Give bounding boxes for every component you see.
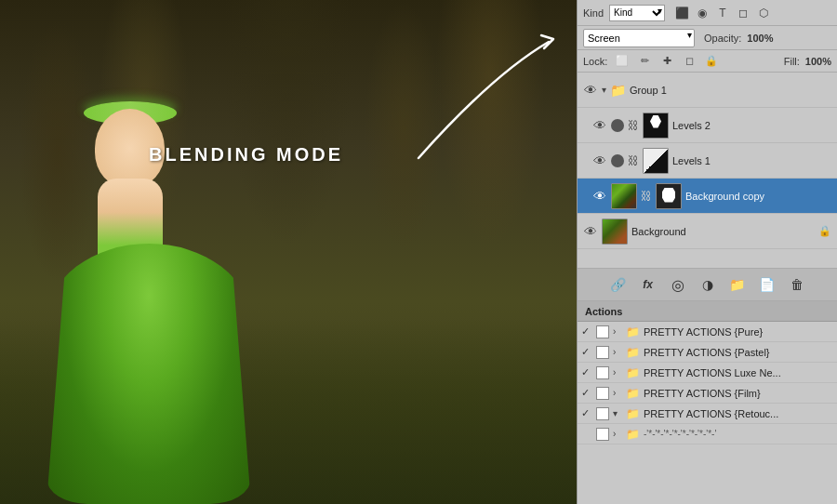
action-name-3: PRETTY ACTIONS {Film} xyxy=(644,388,833,399)
layer-name-levels1: Levels 1 xyxy=(672,155,831,166)
fill-value[interactable]: 100% xyxy=(805,56,831,67)
action-folder-5: 📁 xyxy=(626,428,640,441)
eye-icon-bgcopy[interactable]: 👁 xyxy=(592,189,607,204)
action-square-1 xyxy=(596,346,609,359)
adjustment-icon-levels1 xyxy=(611,154,624,167)
thumb-levels1 xyxy=(643,148,669,174)
lock-artboard-icon[interactable]: ◻ xyxy=(680,53,698,70)
action-folder-4: 📁 xyxy=(626,407,640,420)
kind-dropdown-wrapper[interactable]: Kind xyxy=(609,5,665,21)
link-layers-button[interactable]: 🔗 xyxy=(607,273,630,296)
lock-icons: ⬜ ✏ ✚ ◻ 🔒 xyxy=(613,53,721,70)
right-panel: Kind Kind ⬛ ◉ T ◻ ⬡ Screen Opacity: 100%… xyxy=(577,0,837,504)
layer-row-levels1[interactable]: 👁 ⛓ Levels 1 xyxy=(578,143,837,179)
action-row-2[interactable]: ✓ › 📁 PRETTY ACTIONS Luxe Ne... xyxy=(578,363,837,383)
action-check-4: ✓ xyxy=(581,407,592,419)
layer-row-group1[interactable]: 👁 ▾ 📁 Group 1 xyxy=(578,73,837,108)
action-name-5: -'*-'*-'*-'*-'*-'*-'*-'*-' xyxy=(644,429,833,439)
girl-figure xyxy=(28,58,288,504)
action-check-2: ✓ xyxy=(581,366,592,378)
kind-label: Kind xyxy=(583,7,604,19)
blend-mode-row: Screen Opacity: 100% xyxy=(578,26,837,50)
lock-label: Lock: xyxy=(583,56,607,67)
layer-row-levels2[interactable]: 👁 ⛓ Levels 2 xyxy=(578,108,837,143)
action-check-0: ✓ xyxy=(581,325,592,338)
blend-mode-select[interactable]: Screen xyxy=(583,29,695,47)
eye-icon-levels1[interactable]: 👁 xyxy=(592,153,607,168)
lock-row: Lock: ⬜ ✏ ✚ ◻ 🔒 Fill: 100% xyxy=(578,50,837,73)
action-square-3 xyxy=(596,387,609,400)
action-square-2 xyxy=(596,366,609,379)
layers-spacer xyxy=(578,249,837,268)
action-row-1[interactable]: ✓ › 📁 PRETTY ACTIONS {Pastel} xyxy=(578,342,837,363)
lock-all-icon[interactable]: 🔒 xyxy=(702,53,721,70)
layers-list: 👁 ▾ 📁 Group 1 👁 ⛓ Levels 2 👁 ⛓ Levels 1 … xyxy=(578,73,837,249)
girl-dress xyxy=(46,244,251,504)
action-name-4: PRETTY ACTIONS {Retouc... xyxy=(644,408,833,419)
action-arrow-3[interactable]: › xyxy=(613,388,622,398)
action-arrow-1[interactable]: › xyxy=(613,347,622,357)
adjustment-icon-levels2 xyxy=(611,119,624,132)
layer-name-bgcopy: Background copy xyxy=(685,191,831,202)
action-check-3: ✓ xyxy=(581,387,592,399)
layer-name-group1: Group 1 xyxy=(630,85,831,96)
action-arrow-2[interactable]: › xyxy=(613,367,622,378)
action-name-0: PRETTY ACTIONS {Pure} xyxy=(644,326,833,338)
action-name-1: PRETTY ACTIONS {Pastel} xyxy=(644,347,833,358)
adjustment-layer-button[interactable]: ◑ xyxy=(697,273,719,296)
actions-header: Actions xyxy=(578,301,837,322)
filter-smart-icon[interactable]: ⬡ xyxy=(754,5,773,21)
filter-pixel-icon[interactable]: ⬛ xyxy=(672,5,691,21)
action-row-3[interactable]: ✓ › 📁 PRETTY ACTIONS {Film} xyxy=(578,383,837,404)
action-arrow-4[interactable]: ▾ xyxy=(613,408,622,418)
expand-group1[interactable]: ▾ xyxy=(602,85,606,95)
action-arrow-5[interactable]: › xyxy=(613,429,622,439)
lock-image-icon[interactable]: ✏ xyxy=(635,53,654,70)
thumb-mask-bgcopy xyxy=(656,183,682,209)
new-layer-button[interactable]: 📄 xyxy=(756,273,778,296)
filter-icons: ⬛ ◉ T ◻ ⬡ xyxy=(672,5,773,21)
chain-icon-levels1: ⛓ xyxy=(628,154,639,167)
lock-background-icon: 🔒 xyxy=(818,225,831,237)
fill-label: Fill: xyxy=(784,56,800,67)
eye-icon-levels2[interactable]: 👁 xyxy=(592,118,607,133)
folder-icon-group1: 📁 xyxy=(610,83,626,98)
actions-panel: Actions ✓ › 📁 PRETTY ACTIONS {Pure} ✓ › … xyxy=(578,301,837,504)
layer-name-background: Background xyxy=(631,226,815,237)
action-folder-3: 📁 xyxy=(626,387,640,400)
layer-mask-button[interactable]: ◎ xyxy=(667,273,689,296)
action-folder-2: 📁 xyxy=(626,366,640,379)
action-square-0 xyxy=(596,325,609,338)
action-arrow-0[interactable]: › xyxy=(613,326,622,337)
layer-toolbar: 🔗 fx ◎ ◑ 📁 📄 🗑 xyxy=(578,268,837,301)
layer-effects-button[interactable]: fx xyxy=(637,273,659,296)
filter-shape-icon[interactable]: ◻ xyxy=(734,5,752,21)
filter-type-icon[interactable]: T xyxy=(713,5,732,21)
eye-icon-background[interactable]: 👁 xyxy=(583,224,598,239)
action-folder-0: 📁 xyxy=(626,325,640,338)
eye-icon-group1[interactable]: 👁 xyxy=(583,83,598,98)
action-square-4 xyxy=(596,407,609,420)
delete-layer-button[interactable]: 🗑 xyxy=(786,273,808,296)
thumb-bgcopy xyxy=(611,183,637,209)
lock-position-icon[interactable]: ✚ xyxy=(658,53,676,70)
layer-name-levels2: Levels 2 xyxy=(672,120,831,131)
blend-mode-wrapper[interactable]: Screen xyxy=(583,29,695,47)
blending-mode-label: BLENDING MODE xyxy=(149,144,343,166)
photo-panel: BLENDING MODE xyxy=(0,0,577,504)
top-bar: Kind Kind ⬛ ◉ T ◻ ⬡ xyxy=(578,0,837,26)
action-row-0[interactable]: ✓ › 📁 PRETTY ACTIONS {Pure} xyxy=(578,322,837,342)
new-group-button[interactable]: 📁 xyxy=(726,273,749,296)
lock-transparent-icon[interactable]: ⬜ xyxy=(613,53,631,70)
action-check-1: ✓ xyxy=(581,346,592,358)
action-row-5[interactable]: › 📁 -'*-'*-'*-'*-'*-'*-'*-'*-' xyxy=(578,424,837,444)
action-name-2: PRETTY ACTIONS Luxe Ne... xyxy=(644,367,833,378)
opacity-value[interactable]: 100% xyxy=(747,33,773,44)
layer-row-background-copy[interactable]: 👁 ⛓ Background copy xyxy=(578,179,837,214)
opacity-label: Opacity: xyxy=(704,33,741,44)
thumb-levels2 xyxy=(643,113,669,139)
filter-adjustment-icon[interactable]: ◉ xyxy=(693,5,711,21)
kind-select[interactable]: Kind xyxy=(609,5,665,21)
action-row-4[interactable]: ✓ ▾ 📁 PRETTY ACTIONS {Retouc... xyxy=(578,404,837,424)
layer-row-background[interactable]: 👁 Background 🔒 xyxy=(578,214,837,249)
